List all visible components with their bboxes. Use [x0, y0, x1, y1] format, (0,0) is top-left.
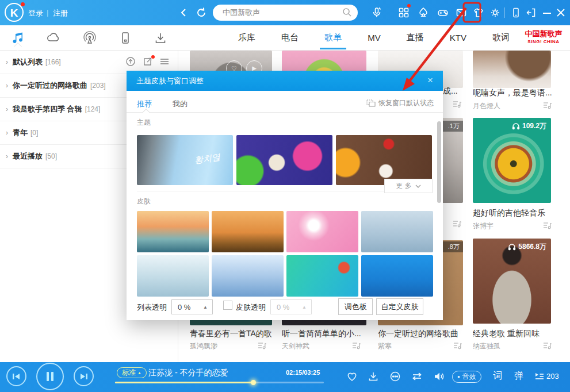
skin-thumbnail[interactable]	[137, 255, 209, 297]
radio-icon[interactable]	[82, 30, 98, 45]
danmu-toggle[interactable]: 弹	[514, 370, 523, 382]
share-export-icon[interactable]	[143, 57, 152, 67]
playlist-note-icon[interactable]	[453, 100, 462, 108]
custom-skin-button[interactable]: 自定义皮肤	[376, 298, 423, 315]
tab-mv[interactable]: MV	[365, 27, 383, 48]
expand-chevron-icon[interactable]: ›	[6, 82, 8, 90]
register-link[interactable]: 注册	[53, 8, 68, 18]
sound-effect-button[interactable]: ● 音效	[452, 371, 481, 383]
search-box[interactable]	[213, 5, 358, 21]
playlist-note-icon[interactable]	[258, 341, 267, 349]
card-artist[interactable]: 月色燈人	[473, 101, 536, 111]
expand-chevron-icon[interactable]: ›	[6, 129, 8, 137]
volume-icon[interactable]	[432, 370, 446, 383]
card-title[interactable]: 超好听的吉他轻音乐	[473, 208, 561, 218]
skin-thumbnail[interactable]	[286, 255, 358, 297]
download-manager-icon[interactable]	[153, 30, 168, 45]
card-title[interactable]: 呢喃女声，最是粤语...	[473, 88, 561, 98]
tab-lyrics[interactable]: 歌词	[490, 26, 512, 49]
skin-thumbnail[interactable]	[286, 211, 358, 252]
card-artist[interactable]: 张博宇	[473, 221, 536, 231]
card-artist[interactable]: 纳蓝独孤	[473, 341, 536, 351]
apps-grid-icon[interactable]	[397, 6, 411, 20]
theme-thumbnail[interactable]	[336, 135, 432, 185]
phone-transfer-icon[interactable]	[509, 6, 523, 20]
dialog-tab-recommend[interactable]: 推荐	[137, 99, 152, 109]
tab-live[interactable]: 直播	[404, 26, 426, 49]
lyrics-toggle[interactable]: 词	[493, 370, 502, 382]
card-artist[interactable]: 孤鸿飘渺	[190, 341, 253, 351]
search-input[interactable]	[221, 5, 339, 21]
playlist-note-icon[interactable]	[543, 221, 552, 229]
theme-thumbnail[interactable]	[236, 135, 332, 185]
skin-thumbnail[interactable]	[137, 211, 209, 252]
card-image[interactable]	[473, 51, 551, 88]
list-opacity-spinner[interactable]: 0 % ▲	[171, 299, 213, 314]
palette-button[interactable]: 调色板	[338, 298, 373, 315]
dialog-scrollbar[interactable]	[437, 121, 441, 203]
refresh-icon[interactable]	[194, 6, 208, 20]
more-themes-button[interactable]: 更 多	[384, 179, 433, 193]
mini-mode-icon[interactable]	[525, 6, 538, 20]
playlist-note-icon[interactable]	[352, 341, 361, 349]
theme-thumbnail[interactable]: 황치열	[137, 135, 233, 185]
sort-up-icon[interactable]	[125, 56, 136, 67]
restore-window-button[interactable]: 恢复窗口默认状态	[366, 98, 434, 108]
card-title[interactable]: 你一定听过的网络歌曲	[378, 329, 464, 339]
close-icon[interactable]	[554, 6, 568, 20]
card-artist[interactable]: 天剑神武	[282, 341, 345, 351]
skin-thumbnail[interactable]	[212, 211, 284, 252]
cloud-music-icon[interactable]	[45, 30, 62, 45]
progress-track[interactable]	[115, 382, 324, 383]
login-link[interactable]: 登录	[28, 8, 43, 18]
dialog-close-icon[interactable]: ×	[424, 75, 436, 86]
play-mode-icon[interactable]	[410, 370, 424, 383]
playlist-note-icon[interactable]	[453, 341, 462, 349]
local-music-icon[interactable]	[10, 30, 25, 45]
next-track-button[interactable]	[74, 366, 94, 386]
card-title[interactable]: 经典老歌 重新回味	[473, 329, 561, 339]
spinner-up-icon[interactable]: ▲	[203, 305, 208, 310]
download-song-icon[interactable]	[366, 370, 380, 383]
expand-chevron-icon[interactable]: ›	[6, 152, 8, 160]
skin-shirt-icon[interactable]	[472, 6, 485, 20]
card-image[interactable]: 5866.8万	[473, 239, 551, 324]
spade-live-icon[interactable]	[416, 6, 430, 20]
card-image[interactable]: 109.2万	[473, 118, 551, 203]
progress-handle[interactable]	[251, 380, 256, 385]
tab-music-library[interactable]: 乐库	[236, 26, 258, 49]
expand-chevron-icon[interactable]: ›	[6, 58, 8, 66]
tab-radio[interactable]: 电台	[279, 26, 301, 49]
game-controller-icon[interactable]	[436, 6, 450, 20]
menu-hamburger-icon[interactable]	[159, 57, 170, 66]
song-identify-icon[interactable]	[370, 6, 384, 20]
skin-thumbnail[interactable]	[361, 211, 433, 252]
playlist-note-icon[interactable]	[543, 101, 552, 109]
card-artist[interactable]: 紫寒	[378, 341, 441, 351]
minimize-icon[interactable]	[540, 6, 554, 20]
skin-thumbnail[interactable]	[212, 255, 284, 297]
dialog-header[interactable]: 主题皮肤与窗口调整 ×	[127, 71, 443, 91]
mail-icon[interactable]	[454, 6, 468, 20]
playlist-note-icon[interactable]	[453, 220, 462, 228]
card-title[interactable]: 青春里必有一首TA的歌	[190, 329, 273, 339]
playlist-note-icon[interactable]	[543, 341, 552, 349]
skin-thumbnail[interactable]	[361, 255, 433, 297]
pause-button[interactable]	[36, 363, 64, 390]
back-icon[interactable]	[177, 6, 191, 20]
skin-opacity-spinner[interactable]: 0 % ▲	[270, 299, 312, 314]
play-queue-icon[interactable]	[533, 370, 546, 383]
device-icon[interactable]	[118, 30, 133, 45]
favorite-heart-icon[interactable]	[345, 370, 359, 383]
dialog-tab-mine[interactable]: 我的	[173, 99, 188, 109]
expand-chevron-icon[interactable]: ›	[6, 105, 8, 113]
settings-gear-icon[interactable]	[488, 6, 502, 20]
now-playing-title[interactable]: 汪苏泷 - 不分手的恋爱	[148, 368, 228, 378]
card-title[interactable]: 听一首简简单单的小...	[282, 329, 368, 339]
search-icon[interactable]	[342, 7, 352, 17]
tab-ktv[interactable]: KTV	[447, 27, 469, 48]
previous-track-button[interactable]	[6, 366, 26, 386]
tab-playlists[interactable]: 歌单	[322, 26, 344, 49]
skin-opacity-checkbox[interactable]	[223, 301, 232, 310]
quality-selector[interactable]: 标准 ▲	[117, 367, 147, 378]
